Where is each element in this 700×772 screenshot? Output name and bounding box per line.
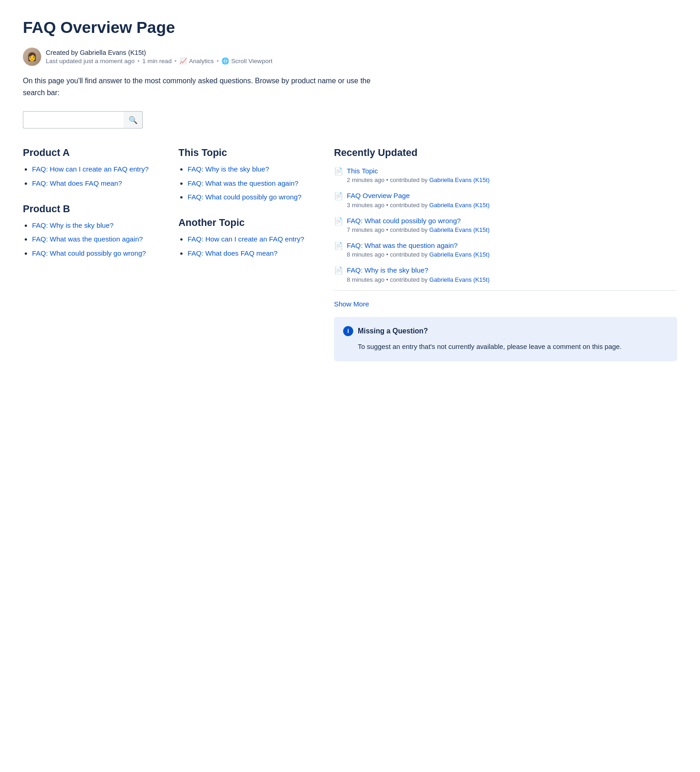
faq-link[interactable]: FAQ: Why is the sky blue?	[188, 165, 269, 173]
search-input[interactable]	[23, 111, 124, 129]
this-topic-list: FAQ: Why is the sky blue? FAQ: What was …	[178, 164, 316, 202]
doc-icon: 📄	[334, 217, 343, 225]
search-row: 🔍	[23, 111, 677, 129]
faq-link[interactable]: FAQ: What could possibly go wrong?	[32, 249, 146, 257]
updated-time: Last updated just a moment ago	[46, 58, 135, 64]
faq-link[interactable]: FAQ: How can I create an FAQ entry?	[32, 165, 149, 173]
product-b-title: Product B	[23, 203, 160, 215]
meta-bottom: Last updated just a moment ago • 1 min r…	[46, 57, 273, 64]
mid-column: This Topic FAQ: Why is the sky blue? FAQ…	[178, 147, 316, 273]
faq-link[interactable]: FAQ: What does FAQ mean?	[32, 179, 122, 187]
list-item: FAQ: How can I create an FAQ entry?	[32, 164, 160, 174]
contributor-link[interactable]: Gabriella Evans (K15t)	[429, 226, 490, 233]
info-icon: i	[343, 326, 353, 336]
globe-icon: 🌐	[221, 57, 229, 64]
faq-link[interactable]: FAQ: How can I create an FAQ entry?	[188, 235, 304, 243]
analytics-icon: 📈	[179, 57, 187, 64]
page-description: On this page you'll find answer to the m…	[23, 75, 380, 98]
doc-icon: 📄	[334, 266, 343, 275]
doc-icon: 📄	[334, 192, 343, 200]
contributor-link[interactable]: Gabriella Evans (K15t)	[429, 177, 490, 183]
info-box-title: Missing a Question?	[358, 327, 428, 335]
recent-item-link[interactable]: FAQ: What could possibly go wrong?	[347, 216, 490, 225]
recent-item-link[interactable]: FAQ: Why is the sky blue?	[347, 265, 490, 275]
product-b-list: FAQ: Why is the sky blue? FAQ: What was …	[23, 220, 160, 258]
info-box-header: i Missing a Question?	[343, 326, 668, 336]
list-item: FAQ: What could possibly go wrong?	[188, 192, 316, 202]
product-a-title: Product A	[23, 147, 160, 159]
doc-icon: 📄	[334, 241, 343, 250]
list-item: FAQ: What was the question again?	[188, 178, 316, 188]
list-item: FAQ: What was the question again?	[32, 234, 160, 244]
another-topic-list: FAQ: How can I create an FAQ entry? FAQ:…	[178, 234, 316, 258]
recent-item-link[interactable]: This Topic	[347, 166, 490, 176]
recent-item-link[interactable]: FAQ: What was the question again?	[347, 241, 490, 250]
left-column: Product A FAQ: How can I create an FAQ e…	[23, 147, 160, 273]
list-item: FAQ: Why is the sky blue?	[188, 164, 316, 174]
info-box: i Missing a Question? To suggest an entr…	[334, 317, 677, 362]
product-b-section: Product B FAQ: Why is the sky blue? FAQ:…	[23, 203, 160, 258]
read-time: 1 min read	[142, 58, 172, 64]
product-a-list: FAQ: How can I create an FAQ entry? FAQ:…	[23, 164, 160, 188]
recent-item-meta: 7 minutes ago • contributed by Gabriella…	[347, 226, 490, 233]
product-a-section: Product A FAQ: How can I create an FAQ e…	[23, 147, 160, 188]
recent-item: 📄 FAQ: What could possibly go wrong? 7 m…	[334, 216, 677, 233]
recent-item: 📄 FAQ: Why is the sky blue? 8 minutes ag…	[334, 265, 677, 283]
contributor-link[interactable]: Gabriella Evans (K15t)	[429, 202, 490, 209]
search-icon: 🔍	[129, 116, 138, 124]
faq-link[interactable]: FAQ: Why is the sky blue?	[32, 221, 113, 229]
doc-icon: 📄	[334, 167, 343, 176]
info-box-text: To suggest an entry that's not currently…	[343, 342, 668, 353]
contributor-link[interactable]: Gabriella Evans (K15t)	[429, 251, 490, 258]
recent-item: 📄 FAQ Overview Page 3 minutes ago • cont…	[334, 191, 677, 208]
faq-link[interactable]: FAQ: What could possibly go wrong?	[188, 193, 302, 201]
list-item: FAQ: How can I create an FAQ entry?	[188, 234, 316, 244]
list-item: FAQ: What could possibly go wrong?	[32, 248, 160, 258]
created-by: Created by Gabriella Evans (K15t)	[46, 49, 273, 56]
recent-item-meta: 8 minutes ago • contributed by Gabriella…	[347, 251, 490, 258]
scroll-viewport-link[interactable]: 🌐 Scroll Viewport	[221, 57, 272, 64]
meta-row: 👩 Created by Gabriella Evans (K15t) Last…	[23, 48, 677, 66]
recently-updated-title: Recently Updated	[334, 147, 677, 159]
contributor-link[interactable]: Gabriella Evans (K15t)	[429, 276, 490, 283]
avatar: 👩	[23, 48, 41, 66]
scroll-viewport-label: Scroll Viewport	[231, 58, 272, 64]
recent-item-link[interactable]: FAQ Overview Page	[347, 191, 490, 200]
main-content: Product A FAQ: How can I create an FAQ e…	[23, 147, 677, 361]
this-topic-title: This Topic	[178, 147, 316, 159]
list-item: FAQ: What does FAQ mean?	[188, 248, 316, 258]
this-topic-section: This Topic FAQ: Why is the sky blue? FAQ…	[178, 147, 316, 202]
page-title: FAQ Overview Page	[23, 18, 677, 37]
analytics-link[interactable]: 📈 Analytics	[179, 57, 214, 64]
another-topic-title: Another Topic	[178, 217, 316, 229]
recent-item-meta: 8 minutes ago • contributed by Gabriella…	[347, 276, 490, 283]
recent-item-meta: 3 minutes ago • contributed by Gabriella…	[347, 202, 490, 209]
show-more-link[interactable]: Show More	[334, 300, 369, 308]
meta-info: Created by Gabriella Evans (K15t) Last u…	[46, 49, 273, 64]
faq-link[interactable]: FAQ: What was the question again?	[32, 235, 143, 243]
faq-link[interactable]: FAQ: What was the question again?	[188, 179, 298, 187]
another-topic-section: Another Topic FAQ: How can I create an F…	[178, 217, 316, 258]
recent-item: 📄 FAQ: What was the question again? 8 mi…	[334, 241, 677, 258]
list-item: FAQ: Why is the sky blue?	[32, 220, 160, 231]
search-button[interactable]: 🔍	[124, 111, 143, 129]
avatar-image: 👩	[23, 48, 41, 66]
faq-link[interactable]: FAQ: What does FAQ mean?	[188, 249, 278, 257]
recent-item: 📄 This Topic 2 minutes ago • contributed…	[334, 166, 677, 183]
right-column: Recently Updated 📄 This Topic 2 minutes …	[334, 147, 677, 361]
divider	[334, 290, 677, 291]
analytics-label: Analytics	[189, 58, 214, 64]
list-item: FAQ: What does FAQ mean?	[32, 178, 160, 188]
recent-item-meta: 2 minutes ago • contributed by Gabriella…	[347, 177, 490, 183]
